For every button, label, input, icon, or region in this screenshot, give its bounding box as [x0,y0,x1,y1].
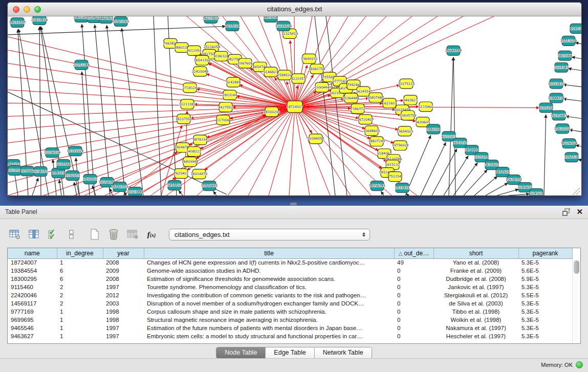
graph-edge[interactable] [326,16,347,195]
table-row[interactable]: 1830029562008Estimation of significance … [8,275,572,283]
graph-node[interactable]: 18724007 [287,101,303,113]
table-cell[interactable]: Hescheler et al. (1997) [433,332,518,340]
graph-node[interactable]: 18807249 [368,137,385,146]
graph-edge[interactable] [453,57,455,195]
table-cell[interactable]: 49 [394,258,433,267]
graph-edge[interactable] [295,106,310,195]
graph-node[interactable]: 114519 [52,168,65,178]
table-cell[interactable]: Changes of HCN gene expression and I(f) … [144,258,394,267]
graph-node[interactable]: 9857791 [167,181,182,190]
graph-node[interactable]: 9227349 [554,62,569,72]
table-cell[interactable]: 5.5E-5 [518,291,572,299]
table-cell[interactable]: Disruption of a novel member of a sodium… [144,299,394,308]
column-header-in-degree[interactable]: in_degree [57,248,103,258]
graph-node[interactable]: 16409948 [182,157,198,167]
graph-edge[interactable] [572,57,581,59]
graph-node[interactable]: 1167534 [564,152,579,162]
graph-node[interactable]: 14196141 [369,181,385,191]
graph-edge[interactable] [32,178,38,195]
column-header-title[interactable]: title [144,248,394,258]
graph-node[interactable]: 15716485 [201,181,217,191]
graph-node[interactable]: 8878334 [193,135,207,145]
network-graph[interactable]: 1872400779638228860128891295425226058982… [8,16,581,195]
graph-edge[interactable] [565,116,581,118]
graph-node[interactable]: 10719165 [113,16,129,26]
graph-edge[interactable] [179,190,183,195]
table-vertical-scrollbar[interactable] [572,259,580,343]
table-cell[interactable]: 5.3E-5 [518,283,572,291]
scrollbar-thumb[interactable] [574,260,579,274]
graph-node[interactable]: 19384554 [308,134,324,144]
graph-edge[interactable] [8,106,295,169]
graph-edge[interactable] [544,114,546,195]
table-cell[interactable]: 19384554 [8,267,57,275]
table-cell[interactable]: 5.6E-5 [518,267,572,275]
graph-node[interactable]: 924502 [530,189,543,195]
graph-node[interactable]: 393159 [8,166,21,176]
graph-node[interactable]: 12923446 [127,187,143,195]
graph-node[interactable]: 8215958 [539,103,553,113]
table-row[interactable]: 1456911722003Disruption of a novel membe… [8,299,572,308]
table-cell[interactable]: 9463627 [8,332,57,340]
graph-node[interactable]: 20891406 [31,16,48,25]
graph-node[interactable]: 20153346 [73,60,90,70]
graph-node[interactable]: 1795722 [83,174,97,184]
graph-edge[interactable] [486,183,508,195]
panel-close-icon[interactable]: ✕ [576,208,583,216]
graph-node[interactable]: 15753074 [560,36,577,46]
table-cell[interactable]: 2012 [103,291,144,299]
graph-edge[interactable] [295,106,330,195]
select-column-icon[interactable] [26,227,41,242]
tab-node-table[interactable]: Node Table [216,347,266,358]
graph-node[interactable]: 9146821 [264,67,278,77]
graph-node[interactable]: 7625402 [174,169,188,179]
table-cell[interactable]: 5.3E-5 [518,308,572,316]
graph-edge[interactable] [432,149,457,195]
graph-node[interactable]: 12093832 [548,79,564,89]
graph-node[interactable]: 2967608 [238,58,252,68]
graph-node[interactable]: 1350513 [66,171,80,181]
graph-node[interactable]: 13495758 [400,111,416,120]
table-cell[interactable]: 0 [394,291,433,299]
function-builder-icon[interactable]: f(x) [144,227,159,242]
graph-node[interactable]: 12213389 [179,99,195,109]
table-row[interactable]: 1872400712008Changes of HCN gene express… [8,258,572,267]
graph-node[interactable]: 16210643 [551,111,567,120]
graph-node[interactable]: 9097588 [56,160,71,169]
network-canvas[interactable]: 1872400779638228860128891295425226058982… [8,16,581,195]
table-cell[interactable]: 5.3E-5 [518,316,572,324]
graph-edge[interactable] [444,156,468,195]
window-titlebar[interactable]: citations_edges.txt [8,3,581,16]
graph-node[interactable]: 17359924 [67,146,83,156]
table-cell[interactable]: Tourette syndrome. Phenomenology and cla… [144,283,394,291]
tab-edge-table[interactable]: Edge Table [266,347,314,358]
graph-edge[interactable] [154,16,161,195]
table-cell[interactable]: Investigating the contribution of common… [144,291,394,299]
graph-node[interactable]: 62160 [383,98,396,108]
graph-node[interactable]: 7857224 [225,21,239,31]
graph-node[interactable]: 17016504 [561,139,577,148]
table-cell[interactable]: 0 [394,275,433,283]
network-view-window[interactable]: citations_edges.txt 18724007796382288601… [7,2,582,196]
graph-edge[interactable] [95,25,110,195]
row-height-icon[interactable] [64,227,79,242]
table-cell[interactable]: 9465546 [8,324,57,332]
table-row[interactable]: 2242004622012Investigating the contribut… [8,291,572,299]
graph-node[interactable]: 16720407 [357,115,374,124]
table-cell[interactable]: 1 [57,324,103,332]
column-header-year[interactable]: year [103,248,144,258]
graph-node[interactable]: 16782759 [112,182,128,192]
table-cell[interactable]: Jankovic et al. (1997) [433,283,518,291]
table-cell[interactable]: 2008 [103,258,144,267]
window-resize-grip[interactable] [573,188,580,195]
window-minimize-button[interactable] [24,6,30,13]
graph-node[interactable]: 16648784 [445,46,462,55]
graph-node[interactable]: 19756928 [392,141,408,150]
table-cell[interactable]: Stergiakouli et al. (2012) [433,291,518,299]
graph-edge[interactable] [8,37,295,107]
table-cell[interactable]: 1 [57,258,103,267]
graph-node[interactable]: 18107552 [176,114,192,124]
graph-node[interactable]: 13654923 [397,126,413,136]
table-row[interactable]: 946554611997Estimation of the future num… [8,324,572,332]
table-cell[interactable]: 2003 [103,299,144,308]
